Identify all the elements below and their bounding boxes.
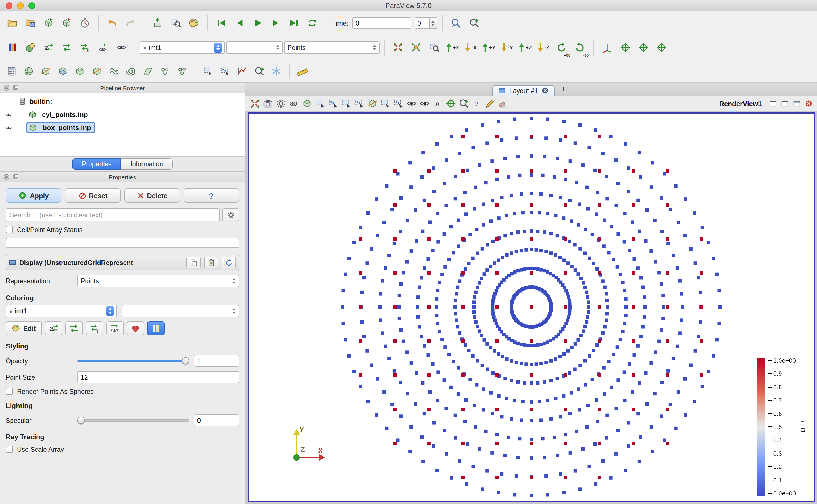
minimize-window-button[interactable] xyxy=(17,2,24,9)
pipeline-item-builtin[interactable]: builtin: xyxy=(0,95,245,108)
search-input[interactable] xyxy=(6,208,220,221)
add-search-icon[interactable] xyxy=(465,14,483,32)
visibility-eye-icon[interactable] xyxy=(0,111,17,118)
next-frame-icon[interactable] xyxy=(267,14,285,32)
search-settings-icon[interactable] xyxy=(447,14,464,32)
rotate-90-cw-icon[interactable]: -90 xyxy=(571,39,588,56)
pipeline-item-box-points[interactable]: box_points.inp xyxy=(0,121,245,134)
selected-pipeline-item[interactable]: box_points.inp xyxy=(26,122,96,133)
extract-selection-icon[interactable] xyxy=(200,63,217,79)
find-data-icon[interactable] xyxy=(167,14,184,32)
previous-frame-icon[interactable] xyxy=(231,14,248,32)
interactive-select-points-icon[interactable] xyxy=(392,98,405,110)
rescale-over-time-icon[interactable]: t xyxy=(76,39,94,56)
add-layout-button[interactable]: + xyxy=(557,84,570,95)
toggle-color-legend-icon[interactable] xyxy=(3,39,21,56)
temporal-interpolator-icon[interactable] xyxy=(268,63,285,79)
close-view-icon[interactable] xyxy=(803,98,814,109)
ruler-icon[interactable] xyxy=(294,63,311,79)
slider-knob[interactable] xyxy=(77,417,85,424)
help-icon[interactable]: ? xyxy=(470,98,483,110)
open-file-icon[interactable] xyxy=(3,14,21,32)
specular-input[interactable] xyxy=(194,414,239,426)
close-panel-icon[interactable] xyxy=(2,84,10,92)
slider-knob[interactable] xyxy=(182,357,189,364)
rotate-90-ccw-icon[interactable]: +90 xyxy=(553,39,570,56)
first-frame-icon[interactable] xyxy=(213,14,230,32)
rescale-to-custom-range-button[interactable] xyxy=(65,321,83,335)
delete-button[interactable]: Delete xyxy=(124,188,180,203)
set-view-plus-z-icon[interactable]: +Z xyxy=(516,39,534,56)
group-datasets-icon[interactable] xyxy=(157,63,173,79)
plot-over-line-icon[interactable] xyxy=(234,63,251,79)
maximize-view-icon[interactable] xyxy=(791,98,802,109)
undo-icon[interactable] xyxy=(103,14,121,32)
camera-reset-icon[interactable] xyxy=(248,98,261,110)
show-orientation-axes-icon[interactable] xyxy=(598,39,616,56)
undock-panel-icon[interactable] xyxy=(11,84,19,92)
pick-center-icon[interactable] xyxy=(444,98,457,110)
warp-by-vector-icon[interactable] xyxy=(140,63,156,79)
probe-location-icon[interactable] xyxy=(251,63,268,79)
specular-slider[interactable] xyxy=(77,415,189,425)
coloring-array-combo[interactable]: ● imt1 xyxy=(6,305,117,317)
select-block-icon[interactable] xyxy=(366,98,378,110)
rescale-to-custom-range-icon[interactable] xyxy=(58,39,76,56)
zoom-to-box-icon[interactable] xyxy=(426,39,443,56)
visibility-eye-icon[interactable] xyxy=(112,39,130,56)
last-frame-icon[interactable] xyxy=(285,14,303,32)
measure-icon[interactable] xyxy=(483,98,496,110)
play-icon[interactable] xyxy=(249,14,267,32)
set-view-plus-y-icon[interactable]: +Y xyxy=(480,39,498,56)
legend-gradient-bar[interactable] xyxy=(757,358,765,496)
undock-panel-icon[interactable] xyxy=(11,173,19,181)
pipeline-item-cyl-points[interactable]: cyl_points.inp xyxy=(0,108,245,121)
reset-center-icon[interactable] xyxy=(653,39,671,56)
select-cells-rect-icon[interactable] xyxy=(314,98,326,110)
extract-subset-icon[interactable] xyxy=(89,63,105,79)
close-layout-tab-icon[interactable] xyxy=(541,87,549,94)
choose-preset-button[interactable] xyxy=(126,321,144,335)
hover-cells-icon[interactable] xyxy=(405,98,418,110)
frame-input[interactable] xyxy=(414,17,429,29)
rescale-over-time-button[interactable]: t xyxy=(85,321,103,335)
redo-icon[interactable] xyxy=(121,14,139,32)
array-status-list[interactable] xyxy=(6,238,239,248)
edit-color-map-icon[interactable] xyxy=(22,39,39,56)
rescale-to-visible-range-icon[interactable] xyxy=(94,39,112,56)
show-center-axes-icon[interactable] xyxy=(617,39,634,56)
select-cells-polygon-icon[interactable] xyxy=(340,98,352,110)
open-source-icon[interactable] xyxy=(149,14,166,32)
zoom-to-data-icon[interactable] xyxy=(407,39,425,56)
color-array-combo[interactable]: ● imt1 xyxy=(140,41,225,54)
render-view[interactable]: Y X Z 1.0e+000.90.80.70.60.50.40.30.20.1… xyxy=(248,112,815,502)
reset-button[interactable]: Reset xyxy=(65,188,121,203)
capture-screenshot-icon[interactable] xyxy=(261,98,274,110)
coloring-component-combo[interactable] xyxy=(121,305,239,317)
adjust-camera-icon[interactable] xyxy=(301,98,313,110)
close-window-button[interactable] xyxy=(6,2,12,9)
tab-properties[interactable]: Properties xyxy=(72,158,121,170)
component-combo[interactable] xyxy=(226,41,283,54)
select-points-polygon-icon[interactable] xyxy=(353,98,365,110)
pick-center-icon[interactable] xyxy=(635,39,652,56)
select-points-rect-icon[interactable] xyxy=(327,98,339,110)
save-state-icon[interactable] xyxy=(58,14,76,32)
tab-information[interactable]: Information xyxy=(121,158,173,170)
render-points-as-spheres-checkbox[interactable] xyxy=(6,388,13,395)
save-data-icon[interactable] xyxy=(22,14,39,32)
frame-stepper[interactable] xyxy=(429,17,437,29)
display-section-header[interactable]: Display (UnstructuredGridRepresent xyxy=(6,255,239,270)
set-view-minus-z-icon[interactable]: -Z xyxy=(535,39,552,56)
query-selection-icon[interactable] xyxy=(217,63,234,79)
split-vertical-icon[interactable] xyxy=(779,98,790,109)
cell-point-array-checkbox[interactable] xyxy=(6,226,13,233)
view-settings-icon[interactable] xyxy=(275,98,287,110)
color-legend[interactable]: 1.0e+000.90.80.70.60.50.40.30.20.10.0e+0… xyxy=(757,358,807,496)
opacity-slider[interactable] xyxy=(77,356,189,366)
point-size-input[interactable] xyxy=(77,371,239,383)
set-view-minus-x-icon[interactable]: -X xyxy=(462,39,479,56)
split-horizontal-icon[interactable] xyxy=(767,98,778,109)
use-scale-array-checkbox[interactable] xyxy=(6,446,13,453)
opacity-input[interactable] xyxy=(194,355,239,367)
